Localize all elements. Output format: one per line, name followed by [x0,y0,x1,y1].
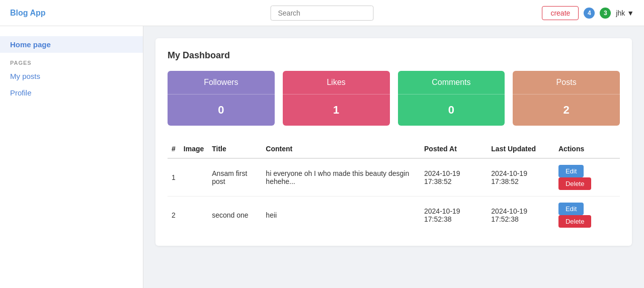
col-content: Content [262,140,420,158]
stat-followers-value: 0 [168,94,275,126]
search-input[interactable] [271,6,374,21]
cell-last-updated: 2024-10-19 17:38:52 [487,158,554,197]
cell-actions: Edit Delete [554,158,620,197]
stat-posts-value: 2 [513,94,620,126]
stat-comments-label: Comments [398,71,505,94]
col-num: # [168,140,180,158]
cell-posted-at: 2024-10-19 17:52:38 [420,197,487,234]
cell-title: Ansam first post [208,158,262,197]
delete-button[interactable]: Delete [558,215,592,228]
stat-comments-value: 0 [398,94,505,126]
stat-card-followers: Followers 0 [168,71,275,126]
stat-card-comments: Comments 0 [398,71,505,126]
cell-posted-at: 2024-10-19 17:38:52 [420,158,487,197]
create-button[interactable]: create [542,6,579,20]
stat-posts-label: Posts [513,71,620,94]
user-menu[interactable]: jhk ▼ [616,9,634,17]
sidebar-section-pages: PAGES [0,57,143,68]
cell-actions: Edit Delete [554,197,620,234]
navbar-right: create 4 3 jhk ▼ [542,6,634,20]
layout: Home page PAGES My posts Profile My Dash… [0,26,644,288]
table-row: 2 second one heii 2024-10-19 17:52:38 20… [168,197,620,234]
dashboard-title: My Dashboard [168,50,620,61]
navbar: Blog App create 4 3 jhk ▼ [0,0,644,26]
stat-followers-label: Followers [168,71,275,94]
col-image: Image [180,140,208,158]
sidebar-item-profile[interactable]: Profile [0,84,143,101]
col-title: Title [208,140,262,158]
cell-image [180,158,208,197]
table-row: 1 Ansam first post hi everyone oh I who … [168,158,620,197]
brand-logo: Blog App [10,9,46,18]
cell-content: hi everyone oh I who made this beauty de… [262,158,420,197]
stat-likes-label: Likes [283,71,390,94]
posts-table: # Image Title Content Posted At Last Upd… [168,140,620,234]
stat-card-likes: Likes 1 [283,71,390,126]
notification-badge-blue[interactable]: 4 [584,8,595,19]
sidebar-item-myposts[interactable]: My posts [0,68,143,84]
notification-badge-green[interactable]: 3 [600,8,611,19]
edit-button[interactable]: Edit [558,203,584,215]
col-actions: Actions [554,140,620,158]
edit-button[interactable]: Edit [558,165,584,177]
main-content: My Dashboard Followers 0 Likes 1 Comment… [143,26,644,288]
col-posted-at: Posted At [420,140,487,158]
cell-last-updated: 2024-10-19 17:52:38 [487,197,554,234]
stat-card-posts: Posts 2 [513,71,620,126]
search-container [271,6,374,21]
dashboard-card: My Dashboard Followers 0 Likes 1 Comment… [155,38,632,246]
cell-title: second one [208,197,262,234]
col-last-updated: Last Updated [487,140,554,158]
cell-content: heii [262,197,420,234]
cell-num: 1 [168,158,180,197]
sidebar-item-home[interactable]: Home page [0,36,143,53]
delete-button[interactable]: Delete [558,177,592,190]
cell-image [180,197,208,234]
sidebar: Home page PAGES My posts Profile [0,26,143,288]
stats-row: Followers 0 Likes 1 Comments 0 Posts 2 [168,71,620,126]
cell-num: 2 [168,197,180,234]
stat-likes-value: 1 [283,94,390,126]
